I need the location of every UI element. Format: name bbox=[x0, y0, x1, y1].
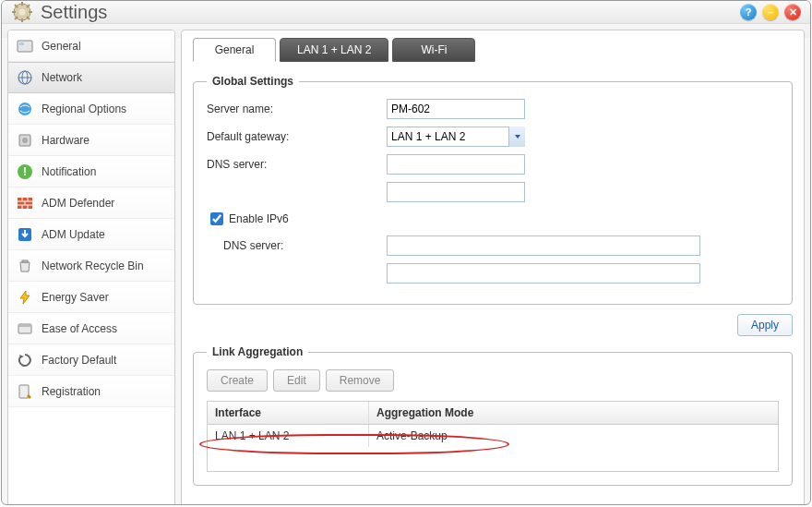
dns1-input[interactable] bbox=[387, 154, 525, 175]
enable-ipv6-checkbox[interactable] bbox=[210, 212, 223, 225]
registration-icon bbox=[16, 382, 34, 401]
main-panel: General LAN 1 + LAN 2 Wi-Fi Global Setti… bbox=[181, 30, 805, 505]
sidebar-item-label: Network Recycle Bin bbox=[42, 260, 144, 272]
tab-wifi[interactable]: Wi-Fi bbox=[392, 38, 475, 62]
ipv6-dns2-input[interactable] bbox=[387, 263, 700, 284]
help-button[interactable]: ? bbox=[740, 4, 757, 20]
dns2-input[interactable] bbox=[387, 182, 525, 202]
cell-mode: Active-Backup bbox=[369, 425, 778, 447]
svg-point-17 bbox=[22, 138, 28, 143]
minimize-button[interactable]: – bbox=[762, 4, 779, 20]
window-title: Settings bbox=[41, 2, 734, 23]
sidebar-item-label: Network bbox=[42, 71, 82, 84]
ease-of-access-icon bbox=[16, 320, 34, 338]
remove-button[interactable]: Remove bbox=[326, 369, 395, 392]
sidebar-item-energy[interactable]: Energy Saver bbox=[8, 282, 174, 313]
edit-button[interactable]: Edit bbox=[273, 369, 320, 392]
chevron-down-icon[interactable] bbox=[508, 127, 525, 147]
default-gateway-value[interactable] bbox=[387, 127, 525, 147]
table-row[interactable]: LAN 1 + LAN 2 Active-Backup bbox=[208, 425, 778, 447]
notification-icon: ! bbox=[16, 163, 34, 181]
column-mode: Aggregation Mode bbox=[369, 402, 778, 424]
table-header: Interface Aggregation Mode bbox=[208, 402, 778, 425]
hardware-icon bbox=[16, 131, 34, 150]
sidebar-item-label: Energy Saver bbox=[42, 291, 109, 304]
svg-rect-31 bbox=[18, 324, 31, 327]
sidebar-item-label: Ease of Access bbox=[42, 322, 117, 335]
create-button[interactable]: Create bbox=[207, 369, 268, 392]
network-icon bbox=[16, 68, 34, 87]
sidebar-item-label: ADM Update bbox=[42, 228, 105, 241]
default-gateway-label: Default gateway: bbox=[207, 130, 387, 143]
sidebar-item-label: Registration bbox=[42, 385, 101, 398]
sidebar-item-notification[interactable]: ! Notification bbox=[8, 156, 174, 187]
close-button[interactable]: ✕ bbox=[784, 4, 801, 20]
update-icon bbox=[16, 225, 34, 244]
ipv6-dns1-input[interactable] bbox=[387, 235, 700, 256]
svg-rect-11 bbox=[19, 42, 24, 45]
factory-default-icon bbox=[16, 351, 34, 369]
sidebar-item-defender[interactable]: ADM Defender bbox=[8, 187, 174, 219]
tab-lan[interactable]: LAN 1 + LAN 2 bbox=[280, 38, 388, 62]
tab-bar: General LAN 1 + LAN 2 Wi-Fi bbox=[193, 38, 793, 62]
sidebar-item-general[interactable]: General bbox=[8, 30, 174, 62]
sidebar-item-recycle[interactable]: Network Recycle Bin bbox=[8, 250, 174, 282]
titlebar: Settings ? – ✕ bbox=[2, 1, 810, 24]
general-icon bbox=[16, 37, 34, 55]
cell-interface: LAN 1 + LAN 2 bbox=[208, 425, 369, 447]
recycle-bin-icon bbox=[16, 257, 34, 275]
sidebar-item-factory[interactable]: Factory Default bbox=[8, 344, 174, 376]
sidebar-item-label: ADM Defender bbox=[42, 197, 114, 210]
settings-window: Settings ? – ✕ General Network Regional … bbox=[1, 0, 811, 505]
apply-button[interactable]: Apply bbox=[737, 314, 793, 336]
svg-point-15 bbox=[18, 103, 31, 115]
global-settings-legend: Global Settings bbox=[207, 75, 299, 88]
sidebar-item-label: Regional Options bbox=[42, 103, 126, 115]
sidebar-item-access[interactable]: Ease of Access bbox=[8, 313, 174, 344]
aggregation-table: Interface Aggregation Mode LAN 1 + LAN 2… bbox=[207, 401, 779, 472]
link-aggregation-legend: Link Aggregation bbox=[207, 345, 308, 358]
tab-general[interactable]: General bbox=[193, 38, 276, 62]
server-name-label: Server name: bbox=[207, 103, 387, 115]
svg-text:!: ! bbox=[23, 165, 27, 178]
globe-icon bbox=[16, 100, 34, 118]
sidebar-item-update[interactable]: ADM Update bbox=[8, 219, 174, 250]
global-settings-fieldset: Global Settings Server name: Default gat… bbox=[193, 75, 793, 305]
sidebar: General Network Regional Options Hardwar… bbox=[7, 30, 175, 505]
svg-rect-29 bbox=[22, 260, 28, 262]
enable-ipv6-label: Enable IPv6 bbox=[229, 212, 289, 225]
default-gateway-select[interactable] bbox=[387, 127, 525, 147]
sidebar-item-label: General bbox=[42, 40, 81, 53]
window-body: General Network Regional Options Hardwar… bbox=[2, 24, 810, 505]
column-interface: Interface bbox=[208, 402, 369, 424]
settings-app-icon bbox=[11, 1, 33, 23]
sidebar-item-network[interactable]: Network bbox=[8, 62, 174, 93]
svg-rect-10 bbox=[18, 41, 32, 52]
sidebar-item-label: Notification bbox=[42, 165, 96, 178]
sidebar-item-registration[interactable]: Registration bbox=[8, 376, 174, 407]
sidebar-item-regional[interactable]: Regional Options bbox=[8, 93, 174, 125]
link-aggregation-fieldset: Link Aggregation Create Edit Remove Inte… bbox=[193, 345, 793, 486]
svg-point-1 bbox=[19, 9, 26, 16]
energy-icon bbox=[16, 288, 34, 307]
sidebar-item-label: Hardware bbox=[42, 134, 90, 147]
ipv6-dns-label: DNS server: bbox=[207, 239, 387, 252]
sidebar-item-hardware[interactable]: Hardware bbox=[8, 125, 174, 156]
firewall-icon bbox=[16, 194, 34, 212]
sidebar-item-label: Factory Default bbox=[42, 354, 116, 367]
dns-server-label: DNS server: bbox=[207, 158, 387, 171]
server-name-input[interactable] bbox=[387, 99, 525, 119]
